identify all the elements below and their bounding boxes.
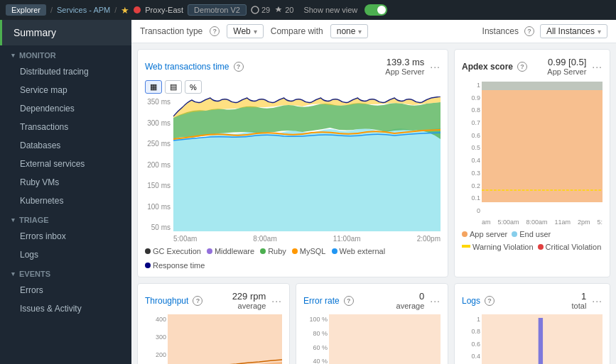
y-label-6: 300 ms [145,119,171,127]
throughput-card: Throughput ? 229 rpm average ··· 400 [137,283,290,364]
sidebar-item-issues-activity[interactable]: Issues & Activity [0,299,131,318]
apdex-card: Apdex score ? 0.99 [0.5] App Server ··· … [454,49,610,277]
svg-rect-3 [482,82,603,90]
throughput-svg [168,314,282,364]
triage-arrow: ▾ [11,216,15,224]
web-transactions-card: Web transactions time ? 139.3 ms App Ser… [137,49,448,277]
logs-menu[interactable]: ··· [592,295,603,307]
web-transactions-meta: 139.3 ms App Server [385,57,424,76]
throughput-help[interactable]: ? [193,296,202,306]
wt-chart-wrap: 350 ms 300 ms 250 ms 200 ms 150 ms 100 m… [145,96,441,243]
throughput-meta: 229 rpm average [232,291,266,310]
web-transactions-title: Web transactions time [145,62,229,72]
transaction-type-select[interactable]: Web ▾ [227,24,263,38]
legend-web-external: Web external [332,247,386,255]
compare-with-label: Compare with [271,26,323,36]
svg-point-0 [252,6,259,13]
transaction-type-arrow: ▾ [254,28,257,35]
apdex-help[interactable]: ? [517,62,527,72]
wt-x-axis: 5:00am 8:00am 11:00am 2:00pm [173,235,441,243]
sidebar-item-kubernetes[interactable]: Kubernetes [0,192,131,210]
instances-label: Instances [482,26,519,36]
y-label-7: 350 ms [145,98,171,106]
monitor-arrow: ▾ [11,52,15,59]
topbar: Explorer / Services - APM / ★ Proxy-East… [0,0,616,20]
logs-help[interactable]: ? [485,296,495,306]
wt-line-btn[interactable]: ▤ [165,80,182,94]
apdex-header: Apdex score ? 0.99 [0.5] App Server ··· [462,57,603,76]
new-view-toggle[interactable] [364,4,387,16]
transaction-type-label: Transaction type [140,26,202,36]
sidebar-item-databases[interactable]: Databases [0,136,131,155]
web-transactions-help[interactable]: ? [234,62,244,72]
sidebar-item-distributed-tracing[interactable]: Distributed tracing [0,62,131,81]
logs-svg [482,314,603,364]
charts-row-2: Throughput ? 229 rpm average ··· 400 [131,283,616,364]
proxy-label: Proxy-East [145,6,183,14]
star-icon[interactable]: ★ [121,5,129,16]
explorer-button[interactable]: Explorer [6,4,46,16]
sep1: / [50,6,53,14]
count-badge-2: 20 [274,6,293,14]
controls-bar: Transaction type ? Web ▾ Compare with no… [131,20,616,43]
compare-with-select[interactable]: none ▾ [330,24,369,38]
sidebar-item-dependencies[interactable]: Dependencies [0,99,131,118]
error-rate-svg [329,314,441,364]
throughput-header: Throughput ? 229 rpm average ··· [145,291,282,310]
monitor-label: Monitor [19,51,56,60]
error-rate-help[interactable]: ? [344,296,354,306]
sidebar-section-events[interactable]: ▾ Events [0,264,131,281]
sidebar-item-errors-inbox[interactable]: Errors inbox [0,227,131,246]
throughput-menu[interactable]: ··· [271,295,282,307]
sidebar-item-service-map[interactable]: Service map [0,81,131,99]
apdex-svg [482,80,603,215]
logs-header: Logs ? 1 total ··· [462,291,603,310]
y-label-3: 150 ms [145,182,171,189]
wt-percent-btn[interactable]: % [185,80,202,94]
error-rate-menu[interactable]: ··· [430,295,441,307]
sidebar-section-triage[interactable]: ▾ Triage [0,210,131,227]
services-link[interactable]: Services - APM [57,6,110,14]
error-rate-chart-area: 100 % 80 % 60 % 40 % 20 % 0 % [303,314,441,364]
compare-with-arrow: ▾ [358,28,362,35]
logs-chart-area: 1 0.8 0.6 0.4 0.2 0 [462,314,603,364]
sidebar-summary[interactable]: Summary [0,20,131,45]
y-label-1: 50 ms [145,224,171,231]
error-rate-meta: 0 average [396,291,425,310]
logs-card: Logs ? 1 total ··· 1 0.8 [454,283,610,364]
sidebar-section-monitor[interactable]: ▾ Monitor [0,45,131,62]
version-selector[interactable]: Demotron V2 [188,4,247,16]
events-arrow: ▾ [11,270,15,277]
throughput-chart-area: 400 300 200 100 0 5:00am [145,314,282,364]
sidebar-item-external-services[interactable]: External services [0,155,131,173]
sidebar-item-ruby-vms[interactable]: Ruby VMs [0,173,131,192]
throughput-title: Throughput [145,296,188,306]
apdex-legend: App server End user Warning Violation Cr… [462,230,603,251]
instances-arrow: ▾ [598,28,601,35]
charts-row-1: Web transactions time ? 139.3 ms App Ser… [131,43,616,283]
y-label-2: 100 ms [145,203,171,211]
apdex-legend-critical: Critical Violation [538,243,602,251]
web-transactions-menu[interactable]: ··· [430,61,441,72]
apdex-meta: 0.99 [0.5] App Server [547,57,586,76]
apdex-legend-end-user: End user [512,230,551,238]
instances-help[interactable]: ? [524,26,534,36]
instances-select[interactable]: All Instances ▾ [540,24,607,38]
sidebar-item-transactions[interactable]: Transactions [0,118,131,136]
svg-rect-8 [539,318,543,364]
apdex-menu[interactable]: ··· [592,61,603,72]
sidebar-item-logs[interactable]: Logs [0,246,131,264]
wt-bar-btn[interactable]: ▦ [145,80,162,94]
instances-controls: Instances ? All Instances ▾ [482,24,607,38]
svg-rect-6 [329,314,441,364]
error-rate-card: Error rate ? 0 average ··· 100 % 80 [296,283,448,364]
y-label-5: 250 ms [145,140,171,148]
transaction-type-help[interactable]: ? [210,26,220,36]
legend-ruby: Ruby [260,247,286,255]
error-rate-header: Error rate ? 0 average ··· [303,291,441,310]
sidebar-item-errors[interactable]: Errors [0,281,131,299]
count-badge-1: 29 [251,6,270,14]
logs-title: Logs [462,296,480,306]
events-label: Events [19,270,50,278]
apdex-title: Apdex score [462,62,513,72]
